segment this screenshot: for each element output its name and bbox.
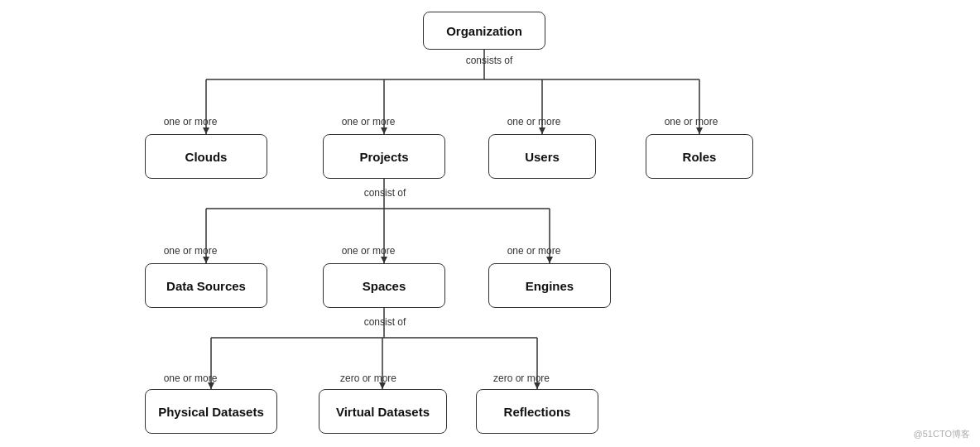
one-more-engines-label: one or more — [497, 245, 571, 257]
spaces-node: Spaces — [323, 263, 445, 308]
svg-marker-16 — [381, 257, 387, 263]
one-more-users-label: one or more — [497, 116, 571, 127]
one-more-ds-label: one or more — [153, 245, 228, 257]
virtual-datasets-node: Virtual Datasets — [319, 389, 447, 434]
engines-node: Engines — [488, 263, 611, 308]
zero-more-vd-label: zero or more — [327, 372, 410, 384]
watermark: @51CTO博客 — [914, 428, 970, 440]
clouds-node: Clouds — [145, 134, 267, 179]
consist-of-1-label: consist of — [348, 187, 422, 199]
svg-marker-8 — [539, 127, 545, 134]
reflections-node: Reflections — [476, 389, 598, 434]
diagram: Organization Clouds Projects Users Roles… — [0, 0, 980, 447]
datasources-node: Data Sources — [145, 263, 267, 308]
one-more-projects-label: one or more — [331, 116, 406, 127]
physical-datasets-node: Physical Datasets — [145, 389, 277, 434]
svg-marker-15 — [203, 257, 209, 263]
users-node: Users — [488, 134, 596, 179]
zero-more-ref-label: zero or more — [480, 372, 563, 384]
one-more-clouds-label: one or more — [153, 116, 228, 127]
one-more-spaces-label: one or more — [331, 245, 406, 257]
consist-of-2-label: consist of — [348, 316, 422, 328]
one-more-pd-label: one or more — [153, 372, 228, 384]
svg-marker-6 — [203, 127, 209, 134]
roles-node: Roles — [646, 134, 753, 179]
one-more-roles-label: one or more — [654, 116, 728, 127]
svg-marker-9 — [696, 127, 703, 134]
svg-marker-7 — [381, 127, 387, 134]
projects-node: Projects — [323, 134, 445, 179]
consists-of-label: consists of — [456, 55, 522, 66]
svg-marker-17 — [546, 257, 553, 263]
organization-node: Organization — [423, 12, 545, 50]
